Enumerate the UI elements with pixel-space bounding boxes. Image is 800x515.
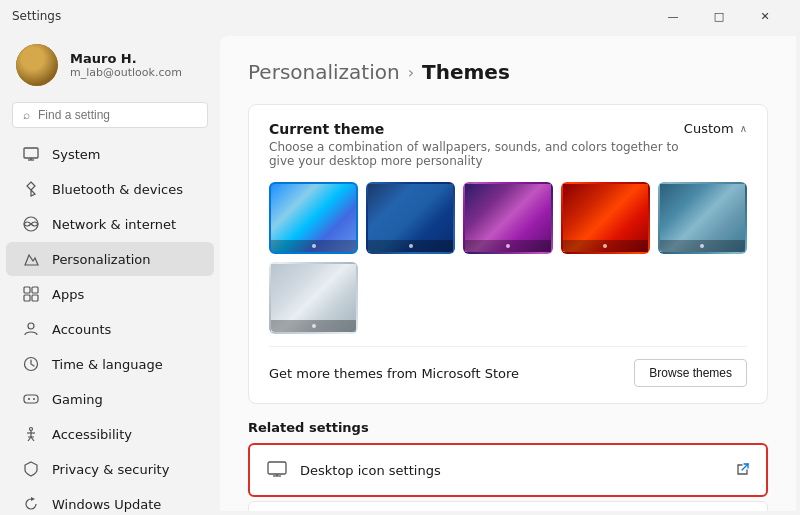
taskbar-overlay-2	[368, 240, 453, 252]
sidebar-item-accessibility[interactable]: Accessibility	[6, 417, 214, 451]
contrast-themes-item[interactable]: Contrast themes Color themes for low vis…	[248, 501, 768, 511]
avatar	[16, 44, 58, 86]
breadcrumb: Personalization › Themes	[248, 60, 768, 84]
taskbar-overlay-4	[563, 240, 648, 252]
sidebar-item-network[interactable]: Network & internet	[6, 207, 214, 241]
breadcrumb-current: Themes	[422, 60, 510, 84]
search-input[interactable]	[38, 108, 197, 122]
desktop-icon	[266, 459, 288, 481]
sidebar-item-privacy[interactable]: Privacy & security	[6, 452, 214, 486]
theme-thumbnail-2[interactable]	[366, 182, 455, 254]
svg-rect-10	[24, 395, 38, 403]
user-email: m_lab@outlook.com	[70, 66, 182, 79]
theme-empty-slot-4	[658, 262, 747, 334]
external-link-icon	[736, 462, 750, 479]
svg-rect-17	[268, 462, 286, 474]
minimize-button[interactable]: —	[650, 0, 696, 32]
sidebar-item-accessibility-label: Accessibility	[52, 427, 132, 442]
theme-empty-slot-3	[561, 262, 650, 334]
desktop-icon-settings-title: Desktop icon settings	[300, 463, 736, 478]
breadcrumb-arrow: ›	[408, 63, 414, 82]
sidebar-item-system[interactable]: System	[6, 137, 214, 171]
theme-header: Current theme Choose a combination of wa…	[269, 121, 747, 168]
theme-thumbnail-4[interactable]	[561, 182, 650, 254]
theme-grid-row2	[269, 262, 747, 334]
sidebar-item-accounts[interactable]: Accounts	[6, 312, 214, 346]
svg-rect-0	[24, 148, 38, 158]
sidebar-item-bluetooth-label: Bluetooth & devices	[52, 182, 183, 197]
sidebar-item-update[interactable]: Windows Update	[6, 487, 214, 515]
browse-themes-button[interactable]: Browse themes	[634, 359, 747, 387]
sidebar-item-system-label: System	[52, 147, 100, 162]
theme-thumbnail-5[interactable]	[658, 182, 747, 254]
sidebar-item-network-label: Network & internet	[52, 217, 176, 232]
accounts-icon	[22, 320, 40, 338]
svg-rect-4	[24, 287, 30, 293]
accessibility-icon	[22, 425, 40, 443]
taskbar-overlay-6	[271, 320, 356, 332]
svg-rect-5	[32, 287, 38, 293]
close-button[interactable]: ✕	[742, 0, 788, 32]
taskbar-overlay-3	[465, 240, 550, 252]
search-icon: ⌕	[23, 108, 30, 122]
update-icon	[22, 495, 40, 513]
app-container: Mauro H. m_lab@outlook.com ⌕ System	[0, 32, 800, 515]
time-icon	[22, 355, 40, 373]
svg-point-8	[28, 323, 34, 329]
user-info: Mauro H. m_lab@outlook.com	[70, 51, 182, 79]
maximize-button[interactable]: □	[696, 0, 742, 32]
theme-empty-slot	[366, 262, 455, 334]
desktop-icon-settings-item[interactable]: Desktop icon settings	[248, 443, 768, 497]
theme-title-group: Current theme Choose a combination of wa…	[269, 121, 684, 168]
sidebar-nav: System Bluetooth & devices	[0, 136, 220, 515]
bluetooth-icon	[22, 180, 40, 198]
sidebar-item-update-label: Windows Update	[52, 497, 161, 512]
theme-thumbnail-1[interactable]	[269, 182, 358, 254]
theme-empty-slot-2	[463, 262, 552, 334]
sidebar-item-accounts-label: Accounts	[52, 322, 111, 337]
desktop-icon-settings-text: Desktop icon settings	[300, 463, 736, 478]
taskbar-overlay-1	[271, 240, 356, 252]
network-icon	[22, 215, 40, 233]
sidebar-item-personalization-label: Personalization	[52, 252, 151, 267]
theme-subtitle: Choose a combination of wallpapers, soun…	[269, 140, 684, 168]
personalization-icon	[22, 250, 40, 268]
sidebar-item-bluetooth[interactable]: Bluetooth & devices	[6, 172, 214, 206]
privacy-icon	[22, 460, 40, 478]
sidebar-item-privacy-label: Privacy & security	[52, 462, 169, 477]
titlebar: Settings — □ ✕	[0, 0, 800, 32]
browse-themes-row: Get more themes from Microsoft Store Bro…	[269, 346, 747, 387]
related-settings: Related settings Desktop icon settings	[248, 420, 768, 511]
sidebar-item-time-label: Time & language	[52, 357, 163, 372]
related-settings-heading: Related settings	[248, 420, 768, 435]
svg-rect-7	[32, 295, 38, 301]
avatar-image	[16, 44, 58, 86]
svg-point-14	[30, 428, 33, 431]
theme-thumbnail-6[interactable]	[269, 262, 358, 334]
current-theme-section: Current theme Choose a combination of wa…	[248, 104, 768, 404]
theme-selected-name: Custom	[684, 121, 734, 136]
theme-grid-row1	[269, 182, 747, 254]
breadcrumb-parent: Personalization	[248, 60, 400, 84]
sidebar-item-gaming[interactable]: Gaming	[6, 382, 214, 416]
titlebar-controls: — □ ✕	[650, 0, 788, 32]
sidebar-item-gaming-label: Gaming	[52, 392, 103, 407]
user-profile[interactable]: Mauro H. m_lab@outlook.com	[0, 32, 220, 102]
svg-rect-6	[24, 295, 30, 301]
theme-title: Current theme	[269, 121, 684, 137]
search-box[interactable]: ⌕	[12, 102, 208, 128]
sidebar-item-time[interactable]: Time & language	[6, 347, 214, 381]
sidebar: Mauro H. m_lab@outlook.com ⌕ System	[0, 32, 220, 515]
titlebar-title: Settings	[12, 9, 61, 23]
sidebar-item-apps[interactable]: Apps	[6, 277, 214, 311]
user-name: Mauro H.	[70, 51, 182, 66]
theme-current-selector[interactable]: Custom ∧	[684, 121, 747, 136]
theme-thumbnail-3[interactable]	[463, 182, 552, 254]
sidebar-item-apps-label: Apps	[52, 287, 84, 302]
theme-chevron-icon: ∧	[740, 123, 747, 134]
apps-icon	[22, 285, 40, 303]
browse-store-label: Get more themes from Microsoft Store	[269, 366, 519, 381]
system-icon	[22, 145, 40, 163]
sidebar-item-personalization[interactable]: Personalization	[6, 242, 214, 276]
taskbar-overlay-5	[660, 240, 745, 252]
